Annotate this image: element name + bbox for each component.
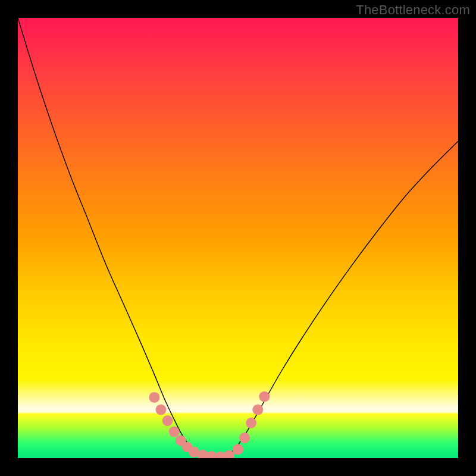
marker-dot <box>252 405 263 415</box>
marker-dot <box>169 427 180 437</box>
marker-dot <box>162 415 173 426</box>
left-curve-line <box>18 18 220 458</box>
marker-dot <box>149 392 159 403</box>
marker-group <box>149 391 270 458</box>
marker-dot <box>156 405 167 415</box>
marker-dot <box>259 391 270 402</box>
chart-svg <box>18 18 458 458</box>
plot-area <box>18 18 458 458</box>
watermark-text: TheBottleneck.com <box>356 2 470 18</box>
marker-dot <box>233 444 243 455</box>
marker-dot <box>239 433 250 443</box>
marker-dot <box>246 418 256 428</box>
outer-frame: TheBottleneck.com <box>0 0 476 476</box>
